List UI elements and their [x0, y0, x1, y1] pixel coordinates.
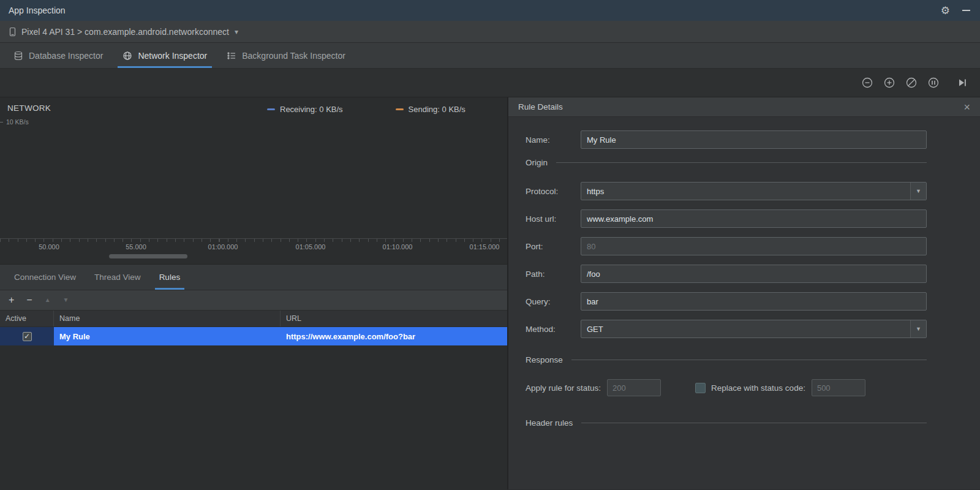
dropdown-arrow-icon[interactable]: ▼	[910, 320, 926, 337]
header-rules-section-header: Header rules	[526, 418, 927, 428]
rules-table-header: Active Name URL	[0, 310, 507, 327]
network-panel: NETWORK 10 KB/s Receiving: 0 KB/s Sendin…	[0, 97, 508, 489]
port-label: Port:	[526, 242, 581, 251]
jump-to-end-icon[interactable]	[957, 77, 968, 88]
window-title: App Inspection	[9, 6, 66, 15]
path-input[interactable]	[581, 265, 927, 283]
origin-section-label: Origin	[526, 158, 548, 167]
table-row[interactable]: ✓ My Rule https://www.example.com/foo?ba…	[0, 327, 507, 345]
rule-name-cell[interactable]: My Rule	[54, 327, 281, 345]
apply-status-label: Apply rule for status:	[526, 383, 601, 393]
port-input[interactable]	[581, 237, 927, 255]
device-process-selector[interactable]: Pixel 4 API 31 > com.example.android.net…	[21, 27, 229, 37]
check-icon: ✓	[24, 333, 30, 340]
timeline-scrollbar-thumb[interactable]	[109, 254, 187, 258]
x-tick-label: 55.000	[126, 243, 146, 251]
rules-table-empty-area[interactable]	[0, 345, 507, 489]
move-down-icon[interactable]: ▼	[63, 297, 69, 303]
tab-connection-view[interactable]: Connection View	[5, 265, 85, 290]
query-input[interactable]	[581, 292, 927, 311]
apply-status-input[interactable]	[607, 379, 661, 396]
replace-status-input[interactable]	[812, 379, 865, 396]
receiving-swatch-icon	[267, 108, 275, 110]
path-field-row: Path:	[526, 265, 927, 283]
move-up-icon[interactable]: ▲	[45, 297, 51, 303]
tab-label: Network Inspector	[138, 51, 207, 61]
method-value: GET	[581, 325, 910, 334]
tab-label: Rules	[159, 273, 181, 282]
x-tick-label: 50.000	[39, 243, 59, 251]
protocol-dropdown[interactable]: https ▼	[581, 182, 927, 200]
tab-rules[interactable]: Rules	[150, 265, 190, 290]
dropdown-arrow-icon[interactable]: ▼	[910, 183, 926, 200]
host-field-row: Host url:	[526, 209, 927, 228]
replace-status-checkbox[interactable]	[695, 383, 706, 393]
tab-label: Database Inspector	[29, 51, 103, 61]
host-label: Host url:	[526, 214, 581, 224]
column-header-name[interactable]: Name	[54, 311, 281, 326]
add-rule-icon[interactable]: +	[9, 295, 14, 305]
x-tick-label: 01:10.000	[383, 243, 413, 251]
device-icon	[7, 27, 17, 37]
origin-section-header: Origin	[526, 158, 927, 167]
rule-details-title: Rule Details	[518, 102, 563, 111]
gear-icon[interactable]: ⚙	[941, 6, 950, 16]
task-list-icon	[227, 51, 236, 61]
minimize-icon[interactable]	[962, 10, 970, 11]
rule-active-checkbox[interactable]: ✓	[23, 332, 32, 341]
x-tick-label: 01:15.000	[470, 243, 500, 251]
tab-label: Background Task Inspector	[242, 51, 345, 61]
remove-rule-icon[interactable]: −	[26, 295, 32, 305]
protocol-field-row: Protocol: https ▼	[526, 182, 927, 200]
content-split: NETWORK 10 KB/s Receiving: 0 KB/s Sendin…	[0, 97, 980, 489]
section-divider	[556, 162, 927, 163]
reset-zoom-icon[interactable]	[905, 77, 918, 89]
protocol-label: Protocol:	[526, 187, 581, 196]
name-input[interactable]	[581, 130, 927, 149]
tab-thread-view[interactable]: Thread View	[85, 265, 150, 290]
device-bar: Pixel 4 API 31 > com.example.android.net…	[0, 21, 980, 43]
rule-details-body: Name: Origin Protocol: https ▼ Host url:	[508, 117, 980, 489]
inspector-tabstrip: Database Inspector Network Inspector Bac…	[0, 43, 980, 69]
query-field-row: Query:	[526, 292, 927, 311]
network-timeline-chart[interactable]: NETWORK 10 KB/s Receiving: 0 KB/s Sendin…	[0, 97, 507, 264]
method-dropdown[interactable]: GET ▼	[581, 320, 927, 338]
legend-label: Sending: 0 KB/s	[409, 105, 466, 114]
section-divider	[571, 360, 927, 360]
method-label: Method:	[526, 325, 581, 334]
x-tick-label: 01:00.000	[208, 243, 238, 251]
legend-receiving: Receiving: 0 KB/s	[267, 105, 343, 114]
titlebar: App Inspection ⚙	[0, 0, 980, 21]
section-divider	[581, 423, 927, 423]
zoom-out-icon[interactable]	[861, 77, 873, 89]
path-label: Path:	[526, 270, 581, 279]
tab-network-inspector[interactable]: Network Inspector	[113, 43, 217, 68]
chevron-down-icon[interactable]: ▾	[235, 28, 238, 36]
column-header-url[interactable]: URL	[281, 311, 507, 326]
port-field-row: Port:	[526, 237, 927, 255]
x-axis-minor-ticks	[0, 239, 507, 242]
globe-icon	[123, 51, 132, 61]
tab-label: Connection View	[14, 273, 76, 282]
app-inspection-window: App Inspection ⚙ Pixel 4 API 31 > com.ex…	[0, 0, 980, 490]
chart-title: NETWORK	[7, 104, 51, 113]
legend-label: Receiving: 0 KB/s	[280, 105, 343, 114]
tab-label: Thread View	[94, 273, 141, 282]
tab-background-task-inspector[interactable]: Background Task Inspector	[217, 43, 355, 68]
column-header-active[interactable]: Active	[0, 311, 54, 326]
sending-swatch-icon	[396, 108, 404, 110]
rule-details-panel: Rule Details × Name: Origin Protocol: ht…	[508, 97, 980, 489]
close-icon[interactable]: ×	[963, 102, 970, 113]
name-label: Name:	[526, 135, 581, 145]
response-section-header: Response	[526, 355, 927, 364]
rules-toolbar: + − ▲ ▼	[0, 290, 507, 310]
protocol-value: https	[581, 187, 910, 196]
rule-url-cell[interactable]: https://www.example.com/foo?bar	[281, 327, 507, 345]
tab-database-inspector[interactable]: Database Inspector	[4, 43, 113, 68]
zoom-in-icon[interactable]	[883, 77, 895, 89]
view-tabstrip: Connection View Thread View Rules	[0, 264, 507, 290]
host-url-input[interactable]	[581, 209, 927, 228]
pause-live-icon[interactable]	[927, 77, 940, 89]
rule-active-cell: ✓	[0, 327, 54, 345]
header-rules-section-label: Header rules	[526, 418, 573, 428]
